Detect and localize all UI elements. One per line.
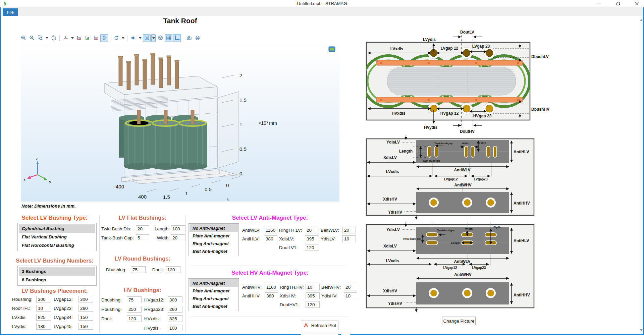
lvgap23-input[interactable] <box>78 305 93 312</box>
zoom-box-dropdown[interactable] <box>45 34 49 42</box>
section-separator <box>190 266 347 266</box>
douthv1-input[interactable] <box>306 301 320 308</box>
ydislv-input[interactable] <box>342 235 356 242</box>
roofth-input[interactable] <box>36 305 51 312</box>
field-label: YdisHV: <box>321 293 343 298</box>
diagram-flat-horizontal: YdisLV Tank-bushgap Width LVydis AntiHLV… <box>365 221 552 315</box>
environment-dropdown[interactable] <box>151 34 156 42</box>
svg-text:LVgap 12: LVgap 12 <box>441 46 459 51</box>
svg-text:Tank-bushgap: Tank-bushgap <box>434 142 452 145</box>
lvgap34-input[interactable] <box>78 314 93 321</box>
list-item-flat-vertical-bushing[interactable]: Flat Vertical Bushing <box>19 233 95 241</box>
tank-bush-gap-input[interactable] <box>136 234 149 241</box>
axes-button[interactable] <box>173 34 181 42</box>
list-item-cylindrical-bushing[interactable]: Cylindrical Bushing <box>19 224 95 233</box>
scene-light-dropdown[interactable] <box>138 34 142 42</box>
width-input[interactable] <box>171 234 185 241</box>
dout-lv-input[interactable] <box>166 266 180 273</box>
go-to-view-icon <box>63 35 68 41</box>
zoom-out-button[interactable] <box>28 34 36 42</box>
view-xz-button[interactable]: xz <box>92 34 100 42</box>
beltwlv-input[interactable] <box>342 227 356 233</box>
dbushing-hv-input[interactable] <box>127 296 142 303</box>
ringthhv-input[interactable] <box>306 284 320 290</box>
hvgap12-input[interactable] <box>168 296 182 303</box>
hbushing-input[interactable] <box>36 296 51 302</box>
xdislv-input[interactable] <box>305 235 319 242</box>
view-yz-button[interactable]: yz <box>84 34 91 42</box>
rotate-dropdown[interactable] <box>121 34 125 42</box>
antiwlv-input[interactable] <box>264 227 277 233</box>
svg-text:AntiHLV: AntiHLV <box>514 238 529 243</box>
beltwhv-input[interactable] <box>344 284 357 290</box>
list-item-ring-anti-magnet[interactable]: Ring Anti-magnet <box>190 295 238 302</box>
lvgap12-input[interactable] <box>78 296 93 302</box>
field-label: YdisLV: <box>321 236 341 241</box>
antihhv-input[interactable] <box>265 292 278 299</box>
length-input[interactable] <box>171 225 185 232</box>
field-label: HVydis: <box>144 326 166 331</box>
list-item-ring-anti-magnet[interactable]: Ring Anti-magnet <box>190 240 238 247</box>
go-to-view-button[interactable] <box>62 34 69 42</box>
svg-text:yz: yz <box>87 37 90 39</box>
orthographic-projection-button[interactable] <box>100 34 108 42</box>
restore-button[interactable] <box>614 0 623 7</box>
plot-window-icon[interactable] <box>329 47 335 52</box>
close-button[interactable] <box>633 0 641 7</box>
list-item-6-bushings[interactable]: 6 Bushings <box>19 276 95 284</box>
svg-text:LVgap23: LVgap23 <box>474 177 488 181</box>
lvgap45-input[interactable] <box>78 323 93 330</box>
lvydis-input[interactable] <box>36 323 51 330</box>
change-picture-button[interactable]: Change Picture <box>442 317 476 325</box>
zoom-in-button[interactable] <box>19 34 27 42</box>
field-label: Dout: <box>101 316 125 321</box>
go-to-view-dropdown[interactable] <box>70 34 74 42</box>
field-label: LVxdis: <box>12 315 35 320</box>
transparency-button[interactable] <box>156 34 164 42</box>
vertical-scrollbar[interactable] <box>639 16 643 334</box>
print-button[interactable] <box>194 34 201 42</box>
hvxdis-input[interactable] <box>168 315 182 322</box>
field-label: DoutHV1: <box>280 302 305 307</box>
ringthlv-input[interactable] <box>305 227 319 233</box>
svg-text:LVxdis: LVxdis <box>386 259 399 263</box>
list-item-3-bushings[interactable]: 3 Bushings <box>19 267 95 276</box>
orthographic-projection-icon <box>102 35 107 41</box>
antihlv-input[interactable] <box>264 235 277 242</box>
hbushing-hv-input[interactable] <box>127 306 142 313</box>
scroll-up-icon[interactable] <box>640 18 643 21</box>
antiwhv-input[interactable] <box>265 284 278 290</box>
titlebar: Untitled.mph - STRAMAG <box>0 0 644 7</box>
dout-hv-input[interactable] <box>127 315 142 322</box>
view-xy-button[interactable]: xy <box>75 34 83 42</box>
snapshot-button[interactable] <box>185 34 193 42</box>
list-item-plate-anti-magnet[interactable]: Plate Anti-magnet <box>190 287 238 295</box>
field-label: HVgap12: <box>144 297 166 302</box>
rotate-button[interactable] <box>112 34 120 42</box>
list-item-belt-anti-magnet[interactable]: Belt Anti-magnet <box>190 247 238 255</box>
xdishv-input[interactable] <box>306 292 320 299</box>
scroll-down-icon[interactable] <box>640 329 643 332</box>
camera-icon <box>186 35 192 41</box>
list-item-no-anti-magnet[interactable]: No Anti-magnet <box>190 224 238 232</box>
hvgap23-input[interactable] <box>168 306 182 313</box>
doutlv1-input[interactable] <box>305 244 319 251</box>
graphics-canvas-3d[interactable]: 2 1.5 1 0.5 0 ×10³ mm -400 400 1.5 1 0.5… <box>21 44 339 202</box>
environment-button[interactable] <box>143 34 151 42</box>
field-label: LVgap34: <box>54 315 77 320</box>
dbushing-lv-input[interactable] <box>131 266 146 273</box>
list-item-belt-anti-magnet[interactable]: Belt Anti-magnet <box>190 302 238 310</box>
hvydis-input[interactable] <box>168 325 182 331</box>
scene-light-button[interactable] <box>129 34 137 42</box>
lvxdis-input[interactable] <box>36 314 51 321</box>
ydishv-input[interactable] <box>344 292 357 299</box>
list-item-no-anti-magnet[interactable]: No Anti-magnet <box>190 279 238 287</box>
zoom-extents-button[interactable] <box>50 34 57 42</box>
list-item-plate-anti-magnet[interactable]: Plate Anti-magnet <box>190 232 238 240</box>
twin-bush-dis-input[interactable] <box>136 225 149 232</box>
refresh-plot-button[interactable]: Refresh Plot <box>301 321 338 330</box>
minimize-button[interactable] <box>595 0 604 7</box>
zoom-box-button[interactable] <box>36 34 44 42</box>
list-item-flat-horozontal-bushing[interactable]: Flat Horozontal Bushing <box>19 241 95 249</box>
grid-button[interactable] <box>165 34 172 42</box>
